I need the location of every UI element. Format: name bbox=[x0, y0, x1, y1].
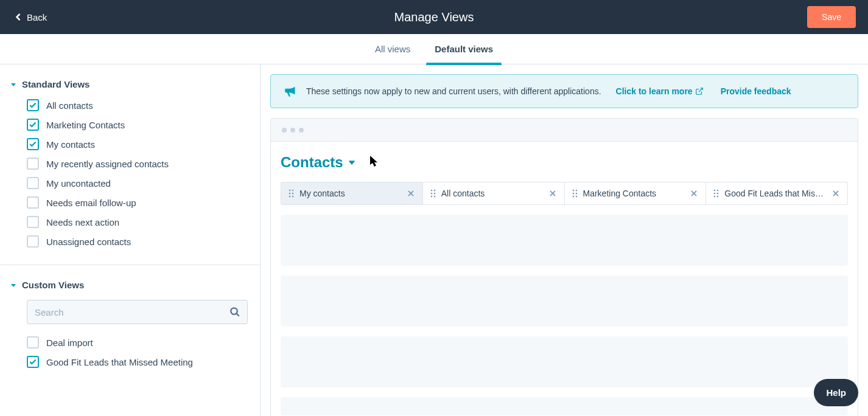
caret-down-icon bbox=[10, 282, 17, 289]
checkbox[interactable] bbox=[27, 138, 39, 150]
view-tab-good-fit-leads[interactable]: Good Fit Leads that Miss… bbox=[706, 182, 848, 205]
check-label: My recently assigned contacts bbox=[46, 159, 169, 169]
view-needs-email-followup[interactable]: Needs email follow-up bbox=[27, 196, 248, 209]
svg-point-33 bbox=[717, 193, 719, 195]
svg-point-25 bbox=[575, 193, 577, 195]
check-label: Needs next action bbox=[46, 217, 119, 227]
svg-point-14 bbox=[430, 190, 432, 192]
close-icon[interactable] bbox=[548, 189, 557, 198]
svg-point-9 bbox=[292, 193, 294, 195]
svg-marker-1 bbox=[11, 284, 16, 287]
view-deal-import[interactable]: Deal import bbox=[27, 336, 248, 348]
window-dot bbox=[290, 128, 295, 133]
custom-views-title: Custom Views bbox=[22, 280, 84, 290]
close-icon[interactable] bbox=[407, 189, 415, 198]
learn-more-link[interactable]: Click to learn more bbox=[616, 86, 704, 96]
megaphone-icon bbox=[283, 83, 299, 99]
tabs: All views Default views bbox=[0, 34, 868, 64]
svg-point-6 bbox=[289, 190, 291, 192]
save-button[interactable]: Save bbox=[807, 6, 856, 28]
checkbox[interactable] bbox=[27, 99, 39, 111]
content: These settings now apply to new and curr… bbox=[261, 64, 868, 416]
svg-point-31 bbox=[717, 190, 719, 192]
view-tab-my-contacts[interactable]: My contacts bbox=[281, 182, 423, 205]
checkbox[interactable] bbox=[27, 177, 39, 189]
pill-label: Marketing Contacts bbox=[583, 189, 685, 198]
checkbox[interactable] bbox=[27, 196, 39, 209]
sidebar: Standard Views All contacts Marketing Co… bbox=[0, 64, 261, 416]
checkbox[interactable] bbox=[27, 336, 39, 348]
svg-point-27 bbox=[575, 196, 577, 198]
contacts-dropdown[interactable]: Contacts bbox=[281, 154, 848, 171]
svg-point-22 bbox=[572, 190, 574, 192]
view-needs-next-action[interactable]: Needs next action bbox=[27, 216, 248, 228]
view-tab-marketing-contacts[interactable]: Marketing Contacts bbox=[565, 182, 707, 205]
svg-point-26 bbox=[572, 196, 574, 198]
search-input[interactable] bbox=[27, 300, 248, 324]
header: Back Manage Views Save bbox=[0, 0, 868, 34]
svg-marker-0 bbox=[11, 83, 16, 86]
provide-feedback-link[interactable]: Provide feedback bbox=[721, 86, 791, 96]
page-title: Manage Views bbox=[394, 10, 474, 24]
tab-default-views[interactable]: Default views bbox=[435, 34, 493, 64]
back-label: Back bbox=[27, 12, 47, 23]
divider bbox=[0, 265, 260, 265]
view-unassigned-contacts[interactable]: Unassigned contacts bbox=[27, 235, 248, 248]
checkbox[interactable] bbox=[27, 158, 39, 170]
drag-handle-icon[interactable] bbox=[572, 189, 578, 198]
svg-point-15 bbox=[433, 190, 435, 192]
svg-point-24 bbox=[572, 193, 574, 195]
custom-views-list: Deal import Good Fit Leads that Missed M… bbox=[10, 336, 248, 368]
checkbox[interactable] bbox=[27, 119, 39, 131]
view-my-recently-assigned[interactable]: My recently assigned contacts bbox=[27, 158, 248, 170]
pill-label: Good Fit Leads that Miss… bbox=[724, 189, 827, 198]
drag-handle-icon[interactable] bbox=[430, 189, 436, 198]
skeleton-row bbox=[281, 336, 848, 387]
caret-down-icon bbox=[347, 158, 357, 167]
check-label: Unassigned contacts bbox=[46, 237, 131, 247]
view-all-contacts[interactable]: All contacts bbox=[27, 99, 248, 111]
caret-down-icon bbox=[10, 81, 17, 88]
banner-text: These settings now apply to new and curr… bbox=[306, 86, 601, 96]
check-label: Marketing Contacts bbox=[46, 120, 125, 130]
window-dot bbox=[299, 128, 304, 133]
svg-point-8 bbox=[289, 193, 291, 195]
check-label: My uncontacted bbox=[46, 178, 111, 189]
checkbox[interactable] bbox=[27, 356, 39, 368]
view-good-fit-leads[interactable]: Good Fit Leads that Missed Meeting bbox=[27, 356, 248, 368]
checkbox[interactable] bbox=[27, 235, 39, 248]
view-tab-all-contacts[interactable]: All contacts bbox=[423, 182, 565, 205]
help-button[interactable]: Help bbox=[814, 379, 858, 406]
drag-handle-icon[interactable] bbox=[713, 189, 719, 198]
close-icon[interactable] bbox=[831, 189, 840, 198]
svg-line-3 bbox=[236, 313, 239, 316]
back-button[interactable]: Back bbox=[12, 11, 47, 23]
pill-label: All contacts bbox=[441, 189, 544, 198]
search-wrap bbox=[27, 300, 248, 324]
svg-point-17 bbox=[433, 193, 435, 195]
external-link-icon bbox=[695, 87, 704, 95]
svg-point-7 bbox=[292, 190, 294, 192]
pill-label: My contacts bbox=[299, 189, 402, 198]
tab-all-views[interactable]: All views bbox=[375, 34, 410, 64]
standard-views-title: Standard Views bbox=[22, 79, 89, 89]
drag-handle-icon[interactable] bbox=[289, 189, 295, 198]
standard-views-list: All contacts Marketing Contacts My conta… bbox=[10, 99, 248, 248]
svg-point-30 bbox=[714, 190, 716, 192]
standard-views-header[interactable]: Standard Views bbox=[10, 79, 248, 89]
learn-more-label: Click to learn more bbox=[616, 86, 693, 96]
svg-point-16 bbox=[430, 193, 432, 195]
custom-views-header[interactable]: Custom Views bbox=[10, 280, 248, 290]
view-my-contacts[interactable]: My contacts bbox=[27, 138, 248, 150]
close-icon[interactable] bbox=[690, 189, 698, 198]
window-dot bbox=[282, 128, 287, 133]
svg-point-34 bbox=[714, 196, 716, 198]
chevron-left-icon bbox=[12, 11, 24, 23]
view-marketing-contacts[interactable]: Marketing Contacts bbox=[27, 119, 248, 131]
check-label: My contacts bbox=[46, 139, 95, 150]
check-label: Deal import bbox=[46, 338, 93, 348]
checkbox[interactable] bbox=[27, 216, 39, 228]
window-chrome bbox=[271, 119, 858, 142]
view-my-uncontacted[interactable]: My uncontacted bbox=[27, 177, 248, 189]
skeleton-row bbox=[281, 276, 848, 327]
